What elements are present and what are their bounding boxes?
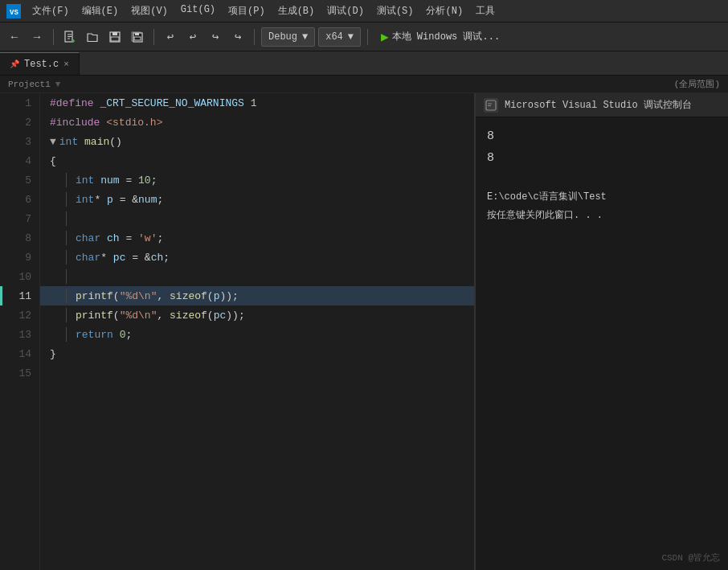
output-content: 8 8 E:\code\c语言集训\Test 按任意键关闭此窗口. . . bbox=[476, 117, 728, 570]
tab-bar: 📌 Test.c × bbox=[0, 51, 728, 76]
menu-view[interactable]: 视图(V) bbox=[125, 2, 174, 19]
line-num-14: 14 bbox=[0, 344, 39, 363]
code-area[interactable]: #define _CRT_SECURE_NO_WARNINGS 1 #inclu… bbox=[40, 93, 474, 570]
debug-mode-label: Debug bbox=[268, 31, 297, 43]
line-num-8: 8 bbox=[0, 228, 39, 248]
undo2-button[interactable]: ↩ bbox=[183, 27, 202, 47]
save-all-button[interactable] bbox=[128, 27, 147, 47]
code-line-11: printf("%d\n", sizeof(p)); bbox=[40, 286, 474, 306]
line-num-11: 11 bbox=[0, 286, 39, 306]
menu-edit[interactable]: 编辑(E) bbox=[76, 2, 125, 19]
redo-button[interactable]: ↪ bbox=[206, 27, 225, 47]
run-button[interactable]: ▶ 本地 Windows 调试... bbox=[374, 27, 506, 47]
platform-dropdown[interactable]: x64 ▼ bbox=[318, 27, 361, 47]
breadcrumb-dropdown-icon: ▼ bbox=[55, 80, 61, 89]
new-file-button[interactable] bbox=[60, 27, 80, 47]
separator-4 bbox=[367, 29, 368, 45]
svg-rect-13 bbox=[135, 33, 139, 35]
line-num-4: 4 bbox=[0, 151, 39, 170]
output-panel: Microsoft Visual Studio 调试控制台 8 8 E:\cod… bbox=[474, 93, 728, 570]
separator-2 bbox=[153, 29, 154, 45]
menu-tools[interactable]: 工具 bbox=[469, 2, 501, 19]
code-line-1: #define _CRT_SECURE_NO_WARNINGS 1 bbox=[40, 93, 474, 113]
separator-3 bbox=[254, 29, 255, 45]
code-line-14: } bbox=[40, 344, 474, 363]
forward-button[interactable]: → bbox=[27, 27, 47, 47]
tab-close-button[interactable]: × bbox=[63, 59, 69, 69]
code-line-12: printf("%d\n", sizeof(pc)); bbox=[40, 306, 474, 325]
code-line-3: ▼int main() bbox=[40, 132, 474, 151]
code-line-5: int num = 10; bbox=[40, 170, 474, 190]
run-triangle-icon: ▶ bbox=[381, 29, 389, 45]
separator-1 bbox=[53, 29, 54, 45]
svg-rect-9 bbox=[112, 32, 117, 35]
code-line-9: char* pc = &ch; bbox=[40, 248, 474, 267]
line-num-3: 3 bbox=[0, 132, 39, 151]
run-label: 本地 Windows 调试... bbox=[392, 30, 500, 43]
line-num-10: 10 bbox=[0, 267, 39, 286]
save-button[interactable] bbox=[105, 27, 125, 47]
toolbar: ← → ↩ ↩ ↪ ↪ bbox=[0, 23, 728, 51]
menu-build[interactable]: 生成(B) bbox=[272, 2, 321, 19]
scope-label: (全局范围) bbox=[674, 78, 720, 90]
menu-git[interactable]: Git(G) bbox=[174, 2, 222, 19]
line-num-13: 13 bbox=[0, 325, 39, 344]
breadcrumb-bar: Project1 ▼ (全局范围) bbox=[0, 76, 728, 93]
svg-rect-10 bbox=[111, 37, 119, 41]
code-line-13: return 0; bbox=[40, 325, 474, 344]
line-num-9: 9 bbox=[0, 248, 39, 267]
menu-bar: 文件(F) 编辑(E) 视图(V) Git(G) 项目(P) 生成(B) 调试(… bbox=[26, 2, 501, 19]
line-num-7: 7 bbox=[0, 209, 39, 228]
menu-file[interactable]: 文件(F) bbox=[26, 2, 76, 19]
output-path: E:\code\c语言集训\Test bbox=[487, 190, 717, 205]
editor-panel[interactable]: 1 2 3 4 5 6 7 8 9 10 11 12 13 14 15 bbox=[0, 93, 474, 570]
platform-arrow-icon: ▼ bbox=[348, 31, 354, 43]
line-num-1: 1 bbox=[0, 93, 39, 113]
line-numbers: 1 2 3 4 5 6 7 8 9 10 11 12 13 14 15 bbox=[0, 93, 40, 570]
vs-icon: VS bbox=[6, 4, 21, 18]
redo2-button[interactable]: ↪ bbox=[228, 27, 247, 47]
tab-pin-icon: 📌 bbox=[10, 59, 19, 69]
green-bar bbox=[0, 286, 2, 306]
output-title-text: Microsoft Visual Studio 调试控制台 bbox=[505, 98, 692, 112]
output-hint: 按任意键关闭此窗口. . . bbox=[487, 208, 717, 223]
code-line-6: int* p = &num; bbox=[40, 190, 474, 209]
tab-filename: Test.c bbox=[24, 59, 59, 70]
code-line-7 bbox=[40, 209, 474, 228]
output-line-2: 8 bbox=[487, 147, 717, 169]
line-num-2: 2 bbox=[0, 113, 39, 132]
line-num-6: 6 bbox=[0, 190, 39, 209]
platform-label: x64 bbox=[325, 31, 343, 43]
tab-test-c[interactable]: 📌 Test.c × bbox=[0, 52, 80, 75]
menu-debug[interactable]: 调试(D) bbox=[321, 2, 370, 19]
output-line-1: 8 bbox=[487, 125, 717, 147]
dropdown-arrow-icon: ▼ bbox=[302, 31, 308, 43]
output-icon bbox=[484, 98, 498, 113]
line-num-5: 5 bbox=[0, 170, 39, 190]
menu-project[interactable]: 项目(P) bbox=[222, 2, 272, 19]
line-num-12: 12 bbox=[0, 306, 39, 325]
open-file-button[interactable] bbox=[83, 27, 102, 47]
code-line-4: { bbox=[40, 151, 474, 170]
svg-text:VS: VS bbox=[10, 9, 18, 17]
menu-analyze[interactable]: 分析(N) bbox=[419, 2, 469, 19]
output-path-text: E:\code\c语言集训\Test bbox=[487, 191, 607, 203]
line-num-15: 15 bbox=[0, 363, 39, 383]
code-line-2: #include <stdio.h> bbox=[40, 113, 474, 132]
undo-button[interactable]: ↩ bbox=[161, 27, 180, 47]
code-line-15 bbox=[40, 363, 474, 383]
title-bar: VS 文件(F) 编辑(E) 视图(V) Git(G) 项目(P) 生成(B) … bbox=[0, 0, 728, 23]
breadcrumb-project: Project1 bbox=[8, 80, 51, 89]
back-button[interactable]: ← bbox=[5, 27, 24, 47]
debug-config-dropdown[interactable]: Debug ▼ bbox=[261, 27, 315, 47]
code-line-10 bbox=[40, 267, 474, 286]
watermark: CSDN @皆允忘 bbox=[661, 552, 720, 564]
code-container: 1 2 3 4 5 6 7 8 9 10 11 12 13 14 15 bbox=[0, 93, 474, 570]
output-title-bar: Microsoft Visual Studio 调试控制台 bbox=[476, 93, 728, 117]
menu-test[interactable]: 测试(S) bbox=[370, 2, 420, 19]
main-area: 1 2 3 4 5 6 7 8 9 10 11 12 13 14 15 bbox=[0, 93, 728, 570]
code-line-8: char ch = 'w'; bbox=[40, 228, 474, 248]
